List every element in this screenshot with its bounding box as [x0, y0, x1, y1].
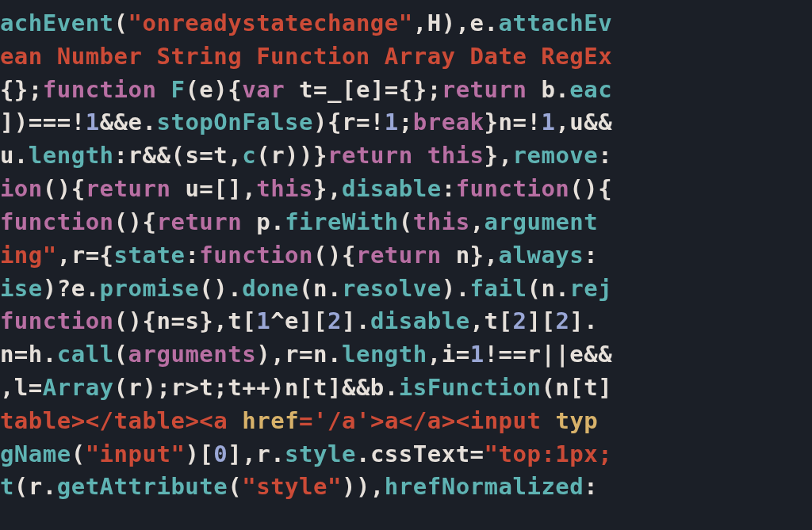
code-token: ><	[442, 407, 470, 434]
code-token: ),r=n.	[256, 341, 342, 368]
code-token: stopOnFalse	[156, 109, 313, 135]
code-token: (r.	[14, 473, 57, 500]
code-token: ><	[185, 407, 213, 434]
code-token: p.	[242, 208, 285, 235]
code-line: re:function(){return p.fireWith(this,arg…	[0, 208, 598, 235]
code-token: ).	[442, 275, 470, 302]
code-token: ,	[470, 208, 485, 235]
code-token: (n.	[299, 275, 342, 302]
code-token: (	[399, 208, 413, 235]
code-token: (){	[313, 242, 356, 269]
code-token: :	[442, 175, 456, 202]
code-token: ])===!	[0, 109, 86, 135]
code-token: ){r=!	[313, 109, 385, 135]
code-token: 0	[213, 440, 228, 467]
code-token: n},	[442, 242, 499, 269]
code-token: ;	[399, 109, 413, 135]
code-token: (	[71, 440, 86, 467]
code-token: :	[598, 142, 612, 169]
code-token: arguments	[128, 341, 257, 368]
code-token: (n[t]	[541, 374, 612, 401]
code-token: )?e.	[43, 275, 100, 302]
code-token: call	[57, 341, 114, 368]
code-token: oolean Number String Function Array Date…	[0, 43, 612, 70]
code-token: ].	[342, 307, 370, 334]
code-token: attachEvent	[0, 10, 114, 36]
code-token: return	[86, 175, 171, 202]
code-token: function	[456, 175, 570, 202]
code-line: ?o=u.length:r&&(s=t,c(r))}return this},r…	[0, 142, 612, 169]
code-token	[228, 407, 242, 434]
code-line: /><table></table><a href='/a'>a</a><inpu…	[0, 407, 598, 434]
code-token: test	[0, 473, 14, 500]
code-token: this	[413, 208, 470, 235]
code-token: hrefNormalized	[385, 473, 584, 500]
code-token: ,r={	[57, 242, 114, 269]
code-token: ].	[569, 307, 598, 334]
code-token: ],r.	[228, 440, 285, 467]
code-token: :r&&(s=t,	[114, 142, 243, 169]
code-token: promise	[100, 275, 200, 302]
code-token: (r),l=	[0, 374, 43, 401]
code-token: table	[114, 407, 186, 434]
code-token: '>	[356, 407, 385, 434]
code-token: return	[327, 142, 413, 169]
code-line: romise)?e.promise().done(n.resolve).fail…	[0, 275, 612, 302]
code-token: length	[29, 142, 114, 169]
code-token: function	[43, 76, 157, 103]
code-token: t=_[e]={};	[285, 76, 442, 103]
code-token: a	[385, 407, 399, 434]
code-token: ='/	[299, 407, 342, 434]
code-token: u=[],	[170, 175, 256, 202]
code-token: function	[199, 242, 313, 269]
code-token: ^e][	[270, 307, 327, 334]
code-line: yTagName("input")[0],r.style.cssText="to…	[0, 440, 612, 467]
code-line: t[1])===!1&&e.stopOnFalse){r=!1;break}n=…	[0, 109, 612, 135]
code-token: "top:1px;	[485, 440, 613, 467]
code-token: ,n=h.	[0, 341, 57, 368]
code-token: )[	[185, 440, 213, 467]
code-token: :	[185, 242, 199, 269]
code-token: _={};	[0, 76, 43, 103]
code-token	[541, 407, 555, 434]
code-token: disable	[342, 175, 442, 202]
code-token: 1	[256, 307, 270, 334]
code-line: ending",r={state:function(){return n},al…	[0, 242, 598, 269]
code-token: function	[0, 307, 114, 334]
code-token: 2	[513, 307, 527, 334]
code-token: a	[342, 407, 356, 434]
code-token: "input"	[86, 440, 186, 467]
code-token: "onreadystatechange"	[128, 10, 413, 36]
code-token: .cssText=	[356, 440, 485, 467]
code-token: (r))}	[256, 142, 327, 169]
code-line: dd(function(){n=s},t[1^e][2].disable,t[2…	[0, 307, 598, 334]
code-token: attachEv	[499, 10, 613, 36]
code-token: function	[0, 208, 114, 235]
code-token: a	[427, 407, 442, 434]
code-token: (	[114, 10, 128, 36]
code-line: =0,n=h.call(arguments),r=n.length,i=1!==…	[0, 341, 612, 368]
code-token: },	[313, 175, 342, 202]
code-line: test(r.getAttribute("style")),hrefNormal…	[0, 473, 598, 500]
code-token: )),	[342, 473, 385, 500]
code-token: isFunction	[399, 374, 542, 401]
code-token: input	[470, 407, 542, 434]
code-token: remove	[513, 142, 599, 169]
code-line: oolean Number String Function Array Date…	[0, 43, 612, 70]
code-token: yTagName	[0, 440, 71, 467]
code-token: 1	[541, 109, 555, 135]
code-line: attachEvent("onreadystatechange",H),e.at…	[0, 10, 612, 36]
code-token: state	[114, 242, 186, 269]
code-token: ></	[71, 407, 114, 434]
code-token: (	[114, 341, 128, 368]
code-token: href	[242, 407, 299, 434]
code-token: 1	[86, 109, 100, 135]
code-token: fireWith	[285, 208, 399, 235]
code-token: (){	[569, 175, 612, 202]
code-line: _={};function F(e){var t=_[e]={};return …	[0, 76, 612, 103]
code-token: }n=!	[485, 109, 542, 135]
code-token: ,t[	[470, 307, 513, 334]
code-token: return	[156, 208, 242, 235]
code-token: getAttribute	[57, 473, 228, 500]
code-token: "style"	[242, 473, 342, 500]
